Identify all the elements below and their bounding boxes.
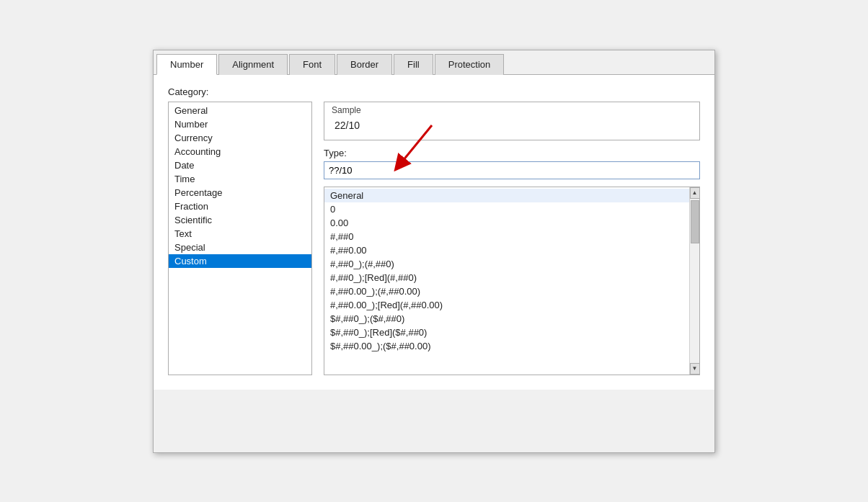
type-input[interactable] [324,161,700,179]
type-input-wrapper [324,161,700,179]
tab-alignment[interactable]: Alignment [218,54,288,75]
category-item[interactable]: General [169,104,311,117]
category-item[interactable]: Accounting [169,145,311,158]
sample-value: 22/10 [332,118,692,133]
format-list[interactable]: General00.00#,##0#,##0.00#,##0_);(#,##0)… [324,187,689,375]
category-item[interactable]: Percentage [169,186,311,200]
sample-box: Sample 22/10 [324,102,700,140]
scroll-down-button[interactable]: ▼ [690,363,700,375]
format-item[interactable]: 0 [324,202,689,216]
category-item[interactable]: Custom [169,254,311,268]
tab-number[interactable]: Number [156,54,217,75]
scroll-up-button[interactable]: ▲ [690,187,700,199]
format-item[interactable]: $#,##0_);($#,##0) [324,312,689,326]
tab-font[interactable]: Font [289,54,335,75]
format-item[interactable]: 0.00 [324,216,689,230]
format-item[interactable]: #,##0.00_);[Red](#,##0.00) [324,298,689,312]
tab-protection[interactable]: Protection [435,54,505,75]
category-item[interactable]: Number [169,117,311,131]
format-item[interactable]: #,##0_);(#,##0) [324,257,689,271]
format-item[interactable]: #,##0.00 [324,243,689,257]
dialog-content: Category: GeneralNumberCurrencyAccountin… [154,75,714,390]
scrollbar-track: ▲ ▼ [689,187,699,375]
category-label: Category: [168,86,700,97]
tab-bar: NumberAlignmentFontBorderFillProtection [154,50,714,75]
format-item[interactable]: #,##0 [324,230,689,243]
category-item[interactable]: Text [169,227,311,241]
sample-label: Sample [332,105,692,115]
format-item[interactable]: $#,##0_);[Red]($#,##0) [324,326,689,339]
category-item[interactable]: Special [169,241,311,254]
category-item[interactable]: Time [169,172,311,186]
right-panel: Sample 22/10 Type: [324,102,700,375]
format-item[interactable]: $#,##0.00_);($#,##0.00) [324,339,689,353]
category-item[interactable]: Date [169,158,311,172]
format-item[interactable]: #,##0.00_);(#,##0.00) [324,284,689,298]
category-item[interactable]: Scientific [169,213,311,227]
category-list[interactable]: GeneralNumberCurrencyAccountingDateTimeP… [168,102,312,375]
main-area: GeneralNumberCurrencyAccountingDateTimeP… [168,102,700,375]
type-label: Type: [324,148,700,158]
format-item[interactable]: #,##0_);[Red](#,##0) [324,271,689,284]
format-item[interactable]: General [324,189,689,202]
category-item[interactable]: Fraction [169,200,311,213]
scroll-thumb[interactable] [691,200,699,243]
tab-fill[interactable]: Fill [394,54,433,75]
category-item[interactable]: Currency [169,131,311,145]
tab-border[interactable]: Border [337,54,392,75]
type-section: Type: [324,148,700,179]
format-cells-dialog: NumberAlignmentFontBorderFillProtection … [153,50,715,453]
category-list-container: GeneralNumberCurrencyAccountingDateTimeP… [168,102,312,375]
format-list-container: General00.00#,##0#,##0.00#,##0_);(#,##0)… [324,187,700,375]
